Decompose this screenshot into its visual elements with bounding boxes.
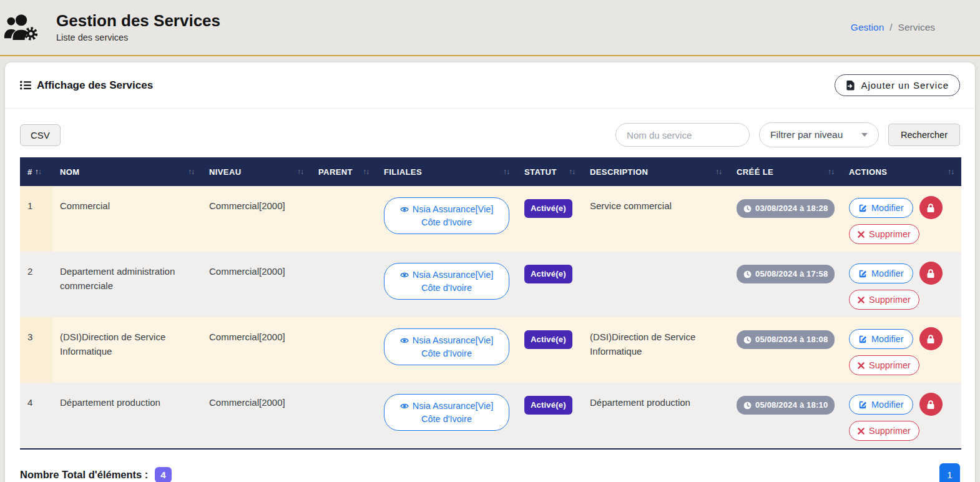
column-header-actions[interactable]: ACTIONS ↑↓ (841, 157, 961, 186)
modifier-button[interactable]: Modifier (849, 263, 913, 283)
services-table: # ↑↓ NOM ↑↓ NIVEAU ↑↓ PARENT ↑↓ (20, 157, 961, 450)
column-header-filiales[interactable]: FILIALES ↑↓ (376, 157, 517, 186)
service-actions: Modifier Supprimer (841, 252, 961, 317)
created-date-badge: 05/08/2024 à 18:10 (737, 396, 835, 415)
pen-square-icon (858, 335, 867, 343)
lock-button[interactable] (919, 327, 943, 350)
services-card: Affichage des Services Ajouter un Servic… (5, 62, 975, 482)
service-name-search-input[interactable] (615, 123, 750, 147)
service-filiales: Nsia Assurance[Vie] Côte d'Ivoire (376, 383, 517, 449)
supprimer-button[interactable]: Supprimer (849, 224, 919, 244)
card-title-label: Affichage des Services (37, 79, 153, 92)
service-actions: Modifier Supprimer (841, 186, 961, 252)
status-badge: Activé(e) (524, 199, 572, 218)
service-parent (311, 186, 376, 252)
add-service-button[interactable]: Ajouter un Service (835, 74, 960, 96)
filiale-view-button[interactable]: Nsia Assurance[Vie] Côte d'Ivoire (384, 328, 509, 365)
sort-icon: ↑↓ (715, 167, 722, 176)
pen-square-icon (858, 204, 867, 212)
lock-button[interactable] (919, 262, 943, 285)
filiale-view-button[interactable]: Nsia Assurance[Vie] Côte d'Ivoire (384, 263, 509, 300)
created-date-badge: 05/08/2024 à 17:58 (737, 265, 835, 283)
service-actions: Modifier Supprimer (841, 383, 961, 449)
pagination-page-1-button[interactable]: 1 (939, 463, 960, 482)
supprimer-button[interactable]: Supprimer (849, 290, 919, 310)
table-body: 1 Commercial Commercial[2000] Nsia Assur… (20, 186, 961, 449)
service-created: 05/08/2024 à 18:10 (729, 383, 841, 449)
service-description: (DSI)Direction de Service Informatique (582, 317, 729, 383)
column-header-nom[interactable]: NOM ↑↓ (52, 157, 202, 186)
service-description: Département production (582, 383, 729, 449)
column-header-statut[interactable]: STATUT ↑↓ (517, 157, 582, 186)
service-filiales: Nsia Assurance[Vie] Côte d'Ivoire (376, 186, 517, 252)
clock-icon (743, 336, 752, 344)
service-name: Département production (52, 383, 202, 449)
service-created: 05/08/2024 à 18:08 (729, 317, 841, 383)
total-elements-label: Nombre Total d'éléments : (20, 469, 148, 481)
header-titles: Gestion des Services Liste des services (56, 12, 220, 42)
search-button[interactable]: Rechercher (888, 124, 960, 146)
status-badge: Activé(e) (524, 330, 572, 349)
total-elements-line: Nombre Total d'éléments : 4 (20, 467, 172, 482)
sort-icon: ↑↓ (363, 167, 369, 176)
row-number: 2 (20, 252, 52, 317)
service-name: Commercial (52, 186, 202, 252)
pen-square-icon (858, 400, 867, 409)
card-header: Affichage des Services Ajouter un Servic… (5, 62, 975, 109)
level-filter-select[interactable]: Filtrer par niveau (759, 122, 879, 147)
add-service-label: Ajouter un Service (861, 80, 949, 91)
breadcrumb-separator: / (889, 22, 892, 33)
created-date-badge: 03/08/2024 à 18:28 (737, 199, 835, 218)
sort-icon: ↑↓ (948, 167, 954, 176)
service-name: Departement administration commerciale (52, 252, 202, 317)
card-title: Affichage des Services (20, 79, 153, 92)
breadcrumb: Gestion / Services (851, 22, 935, 33)
column-header-cree-le[interactable]: CRÉÉ LE ↑↓ (729, 157, 841, 186)
column-header-niveau[interactable]: NIVEAU ↑↓ (202, 157, 311, 186)
users-gear-icon (4, 13, 40, 42)
lock-button[interactable] (919, 196, 943, 219)
x-icon (858, 428, 865, 435)
breadcrumb-link-gestion[interactable]: Gestion (851, 22, 884, 33)
list-icon (20, 81, 31, 90)
eye-icon (400, 337, 409, 344)
level-filter-value: Filtrer par niveau (770, 129, 843, 140)
eye-icon (400, 403, 409, 410)
lock-icon (926, 334, 935, 344)
x-icon (858, 231, 865, 238)
service-description: Service commercial (582, 186, 729, 252)
modifier-button[interactable]: Modifier (849, 329, 913, 349)
x-icon (858, 362, 865, 369)
lock-icon (926, 400, 935, 410)
table-row: 4 Département production Commercial[2000… (20, 383, 961, 449)
modifier-button[interactable]: Modifier (849, 198, 913, 218)
service-status: Activé(e) (517, 317, 582, 383)
lock-icon (926, 268, 935, 278)
lock-button[interactable] (919, 393, 943, 416)
column-header-description[interactable]: DESCRIPTION ↑↓ (582, 157, 729, 186)
page-header: Gestion des Services Liste des services … (0, 0, 980, 56)
row-number: 1 (20, 186, 52, 252)
status-badge: Activé(e) (524, 265, 572, 283)
modifier-button[interactable]: Modifier (849, 395, 913, 415)
csv-export-button[interactable]: CSV (20, 124, 61, 146)
service-level: Commercial[2000] (202, 383, 311, 449)
service-level: Commercial[2000] (202, 186, 311, 252)
row-number: 3 (20, 317, 52, 383)
table-row: 2 Departement administration commerciale… (20, 252, 961, 317)
sort-icon: ↑↓ (297, 167, 303, 176)
filiale-view-button[interactable]: Nsia Assurance[Vie] Côte d'Ivoire (384, 197, 509, 234)
column-header-num[interactable]: # ↑↓ (20, 157, 52, 186)
column-header-parent[interactable]: PARENT ↑↓ (311, 157, 376, 186)
service-name: (DSI)Direction de Service Informatique (52, 317, 202, 383)
table-toolbar: CSV Filtrer par niveau Rechercher (5, 109, 975, 157)
service-actions: Modifier Supprimer (841, 317, 961, 383)
page-subtitle: Liste des services (56, 32, 220, 42)
supprimer-button[interactable]: Supprimer (849, 421, 919, 441)
services-table-wrap: # ↑↓ NOM ↑↓ NIVEAU ↑↓ PARENT ↑↓ (5, 157, 975, 450)
sort-icon: ↑↓ (569, 167, 575, 176)
supprimer-button[interactable]: Supprimer (849, 355, 919, 375)
total-elements-badge: 4 (155, 467, 171, 482)
filiale-view-button[interactable]: Nsia Assurance[Vie] Côte d'Ivoire (384, 394, 509, 431)
clock-icon (743, 205, 752, 213)
